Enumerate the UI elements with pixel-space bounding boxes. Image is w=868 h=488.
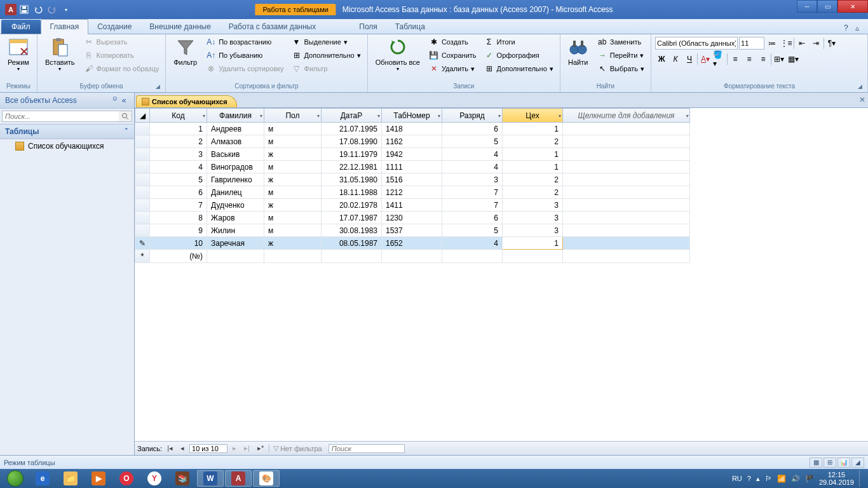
cell-date[interactable]: 30.08.1983 [322, 224, 382, 237]
advanced-filter-button[interactable]: ⊞Дополнительно ▾ [289, 49, 363, 62]
cell-ceh[interactable]: 3 [503, 224, 563, 237]
document-tab[interactable]: Список обучающихся [136, 95, 237, 107]
row-selector[interactable] [135, 199, 150, 212]
bold-button[interactable]: Ж [655, 53, 668, 65]
next-record-button[interactable]: ▸ [230, 444, 239, 452]
cell-pol[interactable]: ж [264, 199, 322, 212]
cell-raz[interactable]: 6 [442, 212, 503, 224]
cell-fam[interactable]: Виноградов [207, 161, 264, 173]
cell-pol[interactable]: ж [264, 148, 322, 161]
cell-id[interactable]: 2 [150, 135, 207, 148]
cell-ceh[interactable]: 2 [503, 186, 563, 199]
add-column-header[interactable]: Щелкните для добавления▾ [563, 109, 690, 123]
spelling-button[interactable]: ✓Орфография [482, 49, 556, 62]
cell-fam[interactable]: Андреев [207, 123, 264, 135]
italic-button[interactable]: К [669, 53, 682, 65]
replace-button[interactable]: abЗаменить [595, 36, 647, 48]
tray-help-icon[interactable]: ? [747, 475, 751, 482]
cell-date[interactable]: 21.07.1995 [322, 123, 382, 135]
collapse-group-icon[interactable]: ⌃ [124, 127, 129, 136]
table-row[interactable]: 5 Гавриленко ж 31.05.1980 1516 3 2 [135, 173, 690, 186]
cell-pol[interactable]: м [264, 186, 322, 199]
cell-pol[interactable]: м [264, 212, 322, 224]
delete-record-button[interactable]: ✕Удалить ▾ [426, 62, 479, 75]
pivot-view-button[interactable]: ⊞ [824, 458, 836, 468]
row-selector[interactable] [135, 173, 150, 186]
cell-date[interactable]: 22.12.1981 [322, 161, 382, 173]
cell-ceh[interactable]: 1 [503, 148, 563, 161]
datasheet-grid[interactable]: ◢ Код▾ Фамилия▾ Пол▾ ДатаР▾ ТабНомер▾ Ра… [135, 108, 690, 263]
file-tab[interactable]: Файл [1, 20, 41, 34]
cell-empty[interactable] [563, 135, 690, 148]
cell-ceh[interactable]: 3 [503, 199, 563, 212]
taskbar-opera-button[interactable]: O [113, 470, 140, 487]
cell-pol[interactable]: м [264, 224, 322, 237]
nav-collapse-button[interactable]: « [119, 95, 129, 105]
sort-asc-button[interactable]: A↓По возрастанию [203, 36, 286, 48]
format-dialog-launcher[interactable]: ◢ [858, 83, 865, 91]
font-size-select[interactable] [739, 37, 764, 50]
indent-left-button[interactable]: ⇤ [796, 37, 808, 50]
bullets-button[interactable]: ≔ [766, 37, 778, 50]
minimize-button[interactable]: ─ [797, 0, 817, 13]
row-selector[interactable] [135, 224, 150, 237]
column-dropdown-icon[interactable]: ▾ [438, 112, 440, 118]
new-row[interactable]: * (№) [135, 250, 690, 263]
cell-tab[interactable]: 1537 [382, 224, 442, 237]
column-dropdown-icon[interactable]: ▾ [377, 112, 380, 118]
qat-customize-button[interactable]: ▾ [60, 3, 72, 16]
cell-raz[interactable]: 6 [442, 123, 503, 135]
font-family-select[interactable] [655, 37, 738, 50]
table-row[interactable]: 2 Алмазов м 17.08.1990 1162 5 2 [135, 135, 690, 148]
cell-raz[interactable]: 4 [442, 148, 503, 161]
selection-filter-button[interactable]: ▼Выделение ▾ [289, 36, 363, 48]
cell-ceh[interactable]: 1 [503, 237, 563, 250]
taskbar-yandex-button[interactable]: Y [141, 470, 168, 487]
cell-id[interactable]: 10 [150, 237, 207, 250]
app-icon[interactable]: A [5, 4, 17, 15]
tray-flag-icon[interactable]: 🏳 [765, 475, 772, 482]
prev-record-button[interactable]: ◂ [178, 444, 187, 452]
cell-tab[interactable]: 1230 [382, 212, 442, 224]
tray-lang-indicator[interactable]: RU [732, 475, 742, 482]
close-button[interactable]: ✕ [837, 0, 868, 13]
column-header[interactable]: Фамилия▾ [207, 109, 264, 123]
datasheet-view-button[interactable]: ▦ [810, 458, 822, 468]
cell-fam[interactable]: Алмазов [207, 135, 264, 148]
tray-clock[interactable]: 12:15 29.04.2019 [819, 471, 854, 486]
column-header[interactable]: Пол▾ [264, 109, 322, 123]
external-data-tab[interactable]: Внешние данные [140, 20, 220, 34]
tray-network-icon[interactable]: 📶 [777, 475, 786, 483]
refresh-all-button[interactable]: Обновить все ▾ [372, 36, 424, 73]
find-button[interactable]: Найти [564, 36, 592, 67]
filter-button[interactable]: Фильтр [170, 36, 201, 67]
table-row[interactable]: 3 Васькив ж 19.11.1979 1942 4 1 [135, 148, 690, 161]
redo-qat-button[interactable] [46, 3, 58, 16]
table-row[interactable]: 7 Дудченко ж 20.02.1978 1411 7 3 [135, 199, 690, 212]
cell-raz[interactable]: 7 [442, 186, 503, 199]
undo-qat-button[interactable] [32, 3, 44, 16]
cell-pol[interactable]: ж [264, 237, 322, 250]
text-direction-button[interactable]: ¶▾ [825, 37, 838, 50]
cell-pol[interactable]: м [264, 135, 322, 148]
tray-volume-icon[interactable]: 🔊 [791, 475, 800, 483]
cell-date[interactable]: 17.07.1987 [322, 212, 382, 224]
cell-tab[interactable]: 1418 [382, 123, 442, 135]
paste-button[interactable]: Вставить ▾ [41, 36, 79, 73]
cell-fam[interactable]: Гавриленко [207, 173, 264, 186]
cell-date[interactable]: 17.08.1990 [322, 135, 382, 148]
nav-search-input[interactable] [3, 111, 119, 121]
tray-expand-icon[interactable]: ▴ [756, 475, 760, 483]
taskbar-access-button[interactable]: A [225, 470, 252, 487]
create-tab[interactable]: Создание [88, 20, 140, 34]
nav-pane-header[interactable]: Все объекты Access ⊙ « [0, 93, 134, 109]
select-all-button[interactable]: ◢ [135, 109, 150, 123]
table-row[interactable]: 8 Жаров м 17.07.1987 1230 6 3 [135, 212, 690, 224]
cell-fam[interactable]: Дудченко [207, 199, 264, 212]
nav-dropdown-icon[interactable]: ⊙ [112, 95, 118, 105]
totals-button[interactable]: ΣИтоги [482, 36, 556, 48]
cell-fam[interactable]: Жаров [207, 212, 264, 224]
cell-ceh[interactable]: 1 [503, 161, 563, 173]
cell-tab[interactable]: 1111 [382, 161, 442, 173]
taskbar-media-button[interactable]: ▶ [85, 470, 112, 487]
